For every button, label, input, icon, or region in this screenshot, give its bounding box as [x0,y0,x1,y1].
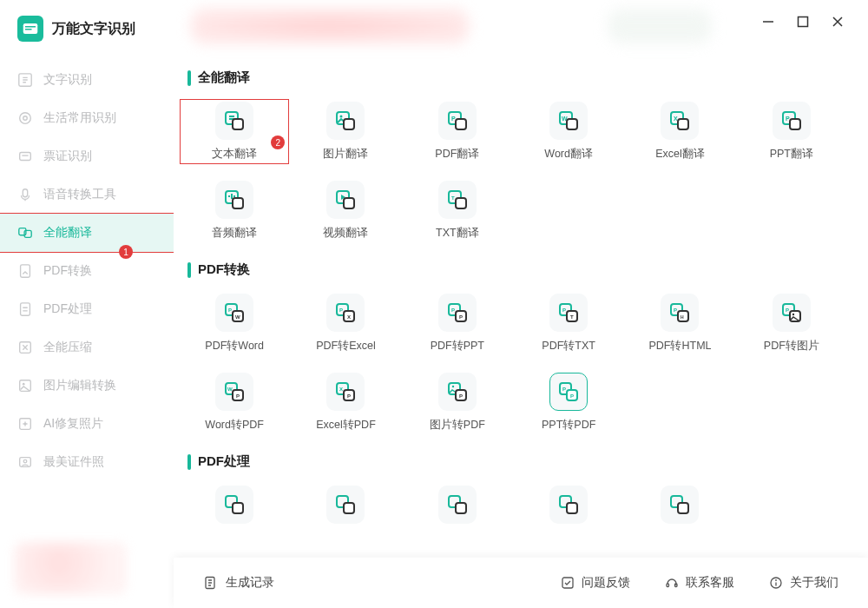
close-button[interactable] [832,16,844,28]
sidebar-item-pdf-convert[interactable]: PDF转换 [0,252,174,290]
audio-tools-icon [17,187,33,202]
tile-label: PDF转PPT [431,339,484,354]
sidebar-nav: 文字识别 生活常用识别 票证识别 语音转换工具 全能翻译 1 PDF转换 [0,61,174,481]
ppt-translate-icon: P [773,102,811,140]
svg-rect-89 [456,503,466,513]
svg-rect-30 [567,119,577,129]
sidebar-item-daily-ocr[interactable]: 生活常用识别 [0,99,174,137]
section-head: 全能翻译 [187,69,847,86]
footer-feedback[interactable]: 问题反馈 [561,575,630,591]
generic-tile-icon [549,486,588,524]
svg-text:X: X [339,387,343,392]
section-bar-icon [187,70,191,86]
footer-generate-label: 生成记录 [226,575,274,591]
svg-text:P: P [562,387,566,392]
svg-text:W: W [227,387,233,392]
sidebar: 万能文字识别 文字识别 生活常用识别 票证识别 语音转换工具 全能翻译 [0,0,174,608]
sidebar-item-ai-repair[interactable]: AI修复照片 [0,405,174,443]
tile-pdf-process-3[interactable] [402,482,513,534]
svg-text:W: W [235,314,240,320]
generic-tile-icon [438,486,477,524]
tile-excel-to-pdf[interactable]: XP Excel转PDF [290,369,401,436]
footer-support[interactable]: 联系客服 [665,575,734,591]
tile-image-translate[interactable]: 图片翻译 [290,98,401,165]
svg-rect-36 [790,119,800,129]
tile-pdf-to-excel[interactable]: PX PDF转Excel [290,290,401,357]
svg-text:P: P [451,307,455,313]
sidebar-item-text-ocr[interactable]: 文字识别 [0,61,174,99]
sidebar-item-image-edit[interactable]: 图片编辑转换 [0,367,174,405]
tile-label: Word转PDF [205,418,264,433]
footer-generate[interactable]: 生成记录 [203,575,274,591]
tile-ppt-translate[interactable]: P PPT翻译 [736,98,847,165]
svg-text:P: P [570,393,574,399]
tile-pdf-to-txt[interactable]: PT PDF转TXT [513,290,624,357]
footer-about-label: 关于我们 [790,575,838,591]
ppt-to-pdf-icon: PP [549,373,588,411]
tile-pdf-process-1[interactable] [179,482,290,534]
video-translate-icon [326,181,365,219]
svg-rect-11 [21,303,30,315]
sidebar-item-audio-tools[interactable]: 语音转换工具 [0,175,174,214]
maximize-button[interactable] [797,16,809,28]
pdf-to-html-icon: PH [661,294,699,332]
annotation-badge-2: 2 [271,135,285,149]
sidebar-item-ticket-ocr[interactable]: 票证识别 [0,137,174,175]
tile-pdf-process-4[interactable] [513,482,624,534]
content-scroll: 全能翻译 文本翻译 2 图片翻译 P PDF翻译 [174,14,868,534]
section-pdf-convert: PDF转换 PW PDF转Word PX PDF转Excel PP PDF转PP… [179,261,847,436]
sidebar-item-label: 文字识别 [43,72,92,88]
tile-excel-translate[interactable]: X Excel翻译 [624,98,735,165]
tile-pdf-to-html[interactable]: PH PDF转HTML [624,290,735,357]
section-translate: 全能翻译 文本翻译 2 图片翻译 P PDF翻译 [179,69,847,244]
svg-text:P: P [786,307,789,313]
footer-bar: 生成记录 问题反馈 联系客服 关于我们 [174,558,868,608]
sidebar-item-compress[interactable]: 全能压缩 [0,328,174,367]
sidebar-item-label: 票证识别 [43,149,92,164]
tile-label: 图片翻译 [323,147,368,162]
tile-label: PDF转TXT [542,339,595,354]
compress-icon [17,340,33,355]
section-bar-icon [187,262,191,278]
app-title: 万能文字识别 [52,20,135,38]
tile-label: PDF转HTML [648,339,711,354]
tile-ppt-to-pdf[interactable]: PP PPT转PDF [513,369,624,436]
tile-video-translate[interactable]: 视频翻译 [290,177,401,244]
tile-pdf-process-2[interactable] [290,482,401,534]
svg-text:P: P [562,307,566,313]
svg-rect-95 [562,578,573,588]
tile-text-translate[interactable]: 文本翻译 2 [179,98,290,165]
main-area: 全能翻译 文本翻译 2 图片翻译 P PDF翻译 [174,0,868,608]
sidebar-item-id-photo[interactable]: 最美证件照 [0,443,174,481]
pdf-to-image-icon: P [773,294,811,332]
pdf-to-excel-icon: PX [326,294,365,332]
footer-about[interactable]: 关于我们 [769,575,838,591]
minimize-button[interactable] [762,16,774,28]
svg-text:T: T [570,314,574,320]
svg-rect-96 [667,584,669,587]
tile-pdf-to-ppt[interactable]: PP PDF转PPT [402,290,513,357]
tile-audio-translate[interactable]: 音频翻译 [179,177,290,244]
tile-pdf-to-word[interactable]: PW PDF转Word [179,290,290,357]
section-bar-icon [187,454,191,470]
tile-txt-translate[interactable]: T TXT翻译 [402,177,513,244]
sidebar-item-label: PDF处理 [43,301,92,317]
tile-label: 音频翻译 [212,226,257,241]
tile-pdf-translate[interactable]: P PDF翻译 [402,98,513,165]
tile-word-translate[interactable]: W Word翻译 [513,98,624,165]
sidebar-item-translate[interactable]: 全能翻译 1 [0,214,174,252]
generic-tile-icon [215,486,253,524]
section-head: PDF转换 [187,261,847,278]
tile-pdf-to-image[interactable]: P PDF转图片 [736,290,847,357]
tile-pdf-process-5[interactable] [624,482,735,534]
section-title: 全能翻译 [198,69,250,86]
svg-rect-33 [678,119,688,129]
tile-label: TXT翻译 [436,226,479,241]
tile-image-to-pdf[interactable]: P 图片转PDF [402,369,513,436]
svg-point-67 [792,314,794,315]
sidebar-item-pdf-process[interactable]: PDF处理 [0,290,174,328]
sidebar-item-label: 语音转换工具 [43,187,116,202]
tile-word-to-pdf[interactable]: WP Word转PDF [179,369,290,436]
sidebar-item-label: 全能压缩 [43,340,92,355]
audio-translate-icon [215,181,253,219]
